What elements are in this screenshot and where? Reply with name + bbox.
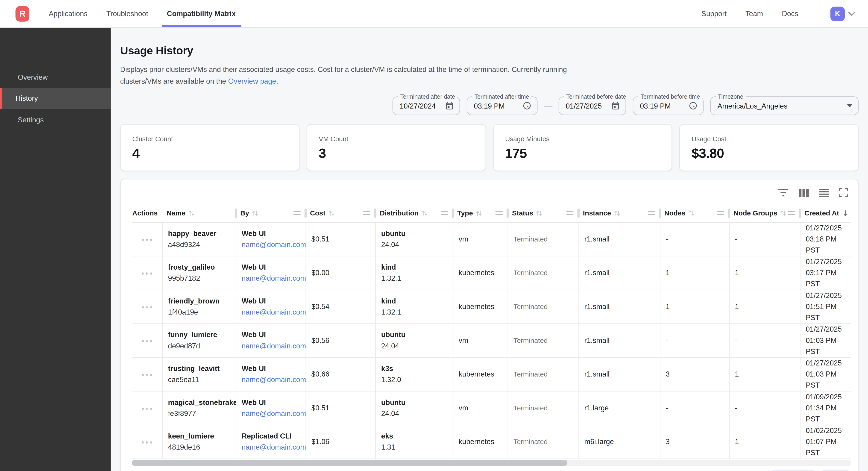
created-by-email-link[interactable]: name@domain.com bbox=[242, 239, 306, 250]
column-header-instance[interactable]: Instance bbox=[579, 204, 660, 222]
column-menu-icon[interactable] bbox=[648, 209, 655, 217]
cell-nodes: 3 bbox=[660, 357, 729, 391]
calendar-icon[interactable] bbox=[611, 101, 620, 110]
stat-label: Usage Cost bbox=[691, 135, 846, 143]
timezone-select[interactable]: Timezone America/Los_Angeles bbox=[710, 96, 859, 115]
cell-status: Terminated bbox=[508, 324, 579, 357]
column-menu-icon[interactable] bbox=[293, 209, 301, 217]
row-actions-button[interactable] bbox=[140, 438, 154, 447]
next-page-button[interactable]: Next bbox=[822, 470, 849, 471]
created-by-email-link[interactable]: name@domain.com bbox=[242, 442, 306, 453]
fullscreen-icon[interactable] bbox=[839, 188, 848, 197]
avatar-letter: K bbox=[835, 9, 840, 18]
column-header-distribution[interactable]: Distribution bbox=[375, 204, 453, 222]
cell-name: trusting_leavittcae5ea11 bbox=[162, 357, 236, 391]
nav-item-label: Troubleshoot bbox=[106, 9, 148, 18]
cell-nodes: - bbox=[660, 391, 729, 425]
distribution-version: 1.32.1 bbox=[381, 273, 448, 284]
sidebar-item-settings[interactable]: Settings bbox=[0, 109, 111, 130]
cell-status: Terminated bbox=[508, 223, 579, 256]
terminated-after-date-field[interactable]: Terminated after date 10/27/2024 bbox=[393, 96, 460, 115]
sort-icon bbox=[188, 209, 195, 217]
created-by-email-link[interactable]: name@domain.com bbox=[242, 307, 306, 318]
created-by-email-link[interactable]: name@domain.com bbox=[242, 273, 306, 284]
column-menu-icon[interactable] bbox=[788, 209, 795, 217]
created-time: 01:07 PM PST bbox=[806, 436, 847, 458]
column-header-status[interactable]: Status bbox=[508, 204, 579, 222]
row-actions-button[interactable] bbox=[140, 337, 154, 346]
nav-item-applications[interactable]: Applications bbox=[43, 0, 93, 27]
columns-icon[interactable] bbox=[799, 189, 809, 197]
usage-history-table: Actions Name By Cost Distribution Type S… bbox=[132, 204, 851, 459]
density-icon[interactable] bbox=[819, 189, 829, 197]
calendar-icon[interactable] bbox=[445, 101, 454, 110]
app-logo[interactable]: R bbox=[16, 6, 29, 21]
nav-item-compatibility-matrix[interactable]: Compatibility Matrix bbox=[161, 0, 241, 27]
nav-link-support[interactable]: Support bbox=[702, 9, 726, 18]
field-label: Timezone bbox=[716, 93, 745, 100]
row-actions-button[interactable] bbox=[140, 303, 154, 312]
created-date: 01/27/2025 bbox=[806, 358, 847, 369]
column-label: Cost bbox=[310, 209, 326, 217]
distribution-version: 24.04 bbox=[381, 408, 448, 419]
column-menu-icon[interactable] bbox=[496, 209, 503, 217]
cell-distribution: eks1.31 bbox=[375, 425, 453, 459]
previous-page-button[interactable]: Previous bbox=[772, 470, 814, 471]
cell-created-at: 01/27/202501:51 PM PST bbox=[800, 290, 851, 324]
terminated-after-time-field[interactable]: Terminated after time 03:19 PM bbox=[467, 96, 538, 115]
filter-icon[interactable] bbox=[778, 189, 788, 197]
terminated-before-time-field[interactable]: Terminated before time 03:19 PM bbox=[633, 96, 704, 115]
cell-by: Web UIname@domain.com bbox=[236, 256, 306, 290]
row-actions-button[interactable] bbox=[140, 235, 154, 244]
stat-card-vm-count: VM Count 3 bbox=[307, 124, 486, 171]
nav-item-troubleshoot[interactable]: Troubleshoot bbox=[101, 0, 154, 27]
column-header-created-at[interactable]: Created At bbox=[800, 204, 851, 222]
column-header-by[interactable]: By bbox=[236, 204, 306, 222]
overview-page-link[interactable]: Overview page bbox=[228, 77, 276, 85]
date-range-separator: — bbox=[544, 101, 552, 111]
chevron-down-icon bbox=[848, 11, 855, 16]
column-menu-icon[interactable] bbox=[566, 209, 574, 217]
nav-link-team[interactable]: Team bbox=[745, 9, 763, 18]
row-actions-button[interactable] bbox=[140, 269, 154, 278]
row-actions-button[interactable] bbox=[140, 370, 154, 379]
clock-icon[interactable] bbox=[523, 101, 531, 110]
sidebar-item-history[interactable]: History bbox=[0, 88, 111, 109]
sidebar-item-overview[interactable]: Overview bbox=[0, 66, 111, 88]
column-label: Node Groups bbox=[734, 209, 777, 217]
table-row: happy_beavera48d9324 Web UIname@domain.c… bbox=[132, 223, 851, 256]
cell-status: Terminated bbox=[508, 357, 579, 391]
column-menu-icon[interactable] bbox=[717, 209, 724, 217]
cell-type: vm bbox=[453, 223, 508, 256]
column-menu-icon[interactable] bbox=[363, 209, 370, 217]
column-header-node-groups[interactable]: Node Groups bbox=[729, 204, 800, 222]
cell-cost: $0.66 bbox=[306, 357, 375, 391]
cluster-name: funny_lumiere bbox=[168, 329, 231, 341]
column-header-nodes[interactable]: Nodes bbox=[660, 204, 729, 222]
row-actions-button[interactable] bbox=[140, 404, 154, 413]
cell-type: vm bbox=[453, 324, 508, 357]
created-time: 03:17 PM PST bbox=[806, 267, 847, 289]
sort-icon bbox=[421, 209, 429, 217]
horizontal-scrollbar[interactable] bbox=[132, 460, 851, 466]
user-menu[interactable]: K bbox=[831, 6, 855, 21]
column-menu-icon[interactable] bbox=[441, 209, 448, 217]
terminated-before-date-field[interactable]: Terminated before date 01/27/2025 bbox=[559, 96, 626, 115]
cluster-id: cae5ea11 bbox=[168, 374, 231, 385]
sort-icon bbox=[475, 209, 483, 217]
created-by-email-link[interactable]: name@domain.com bbox=[242, 374, 306, 385]
cell-by: Web UIname@domain.com bbox=[236, 391, 306, 425]
created-by-email-link[interactable]: name@domain.com bbox=[242, 408, 306, 419]
created-by-email-link[interactable]: name@domain.com bbox=[242, 341, 306, 352]
sort-icon bbox=[613, 209, 621, 217]
avatar[interactable]: K bbox=[831, 6, 845, 21]
column-header-cost[interactable]: Cost bbox=[306, 204, 375, 222]
cluster-id: a48d9324 bbox=[168, 239, 231, 250]
column-header-name[interactable]: Name bbox=[162, 204, 236, 222]
scrollbar-thumb[interactable] bbox=[132, 460, 567, 466]
field-value: 03:19 PM bbox=[474, 102, 505, 110]
cell-name: friendly_brown1f40a19e bbox=[162, 290, 236, 324]
column-header-type[interactable]: Type bbox=[453, 204, 508, 222]
clock-icon[interactable] bbox=[688, 101, 697, 110]
nav-link-docs[interactable]: Docs bbox=[782, 9, 798, 18]
